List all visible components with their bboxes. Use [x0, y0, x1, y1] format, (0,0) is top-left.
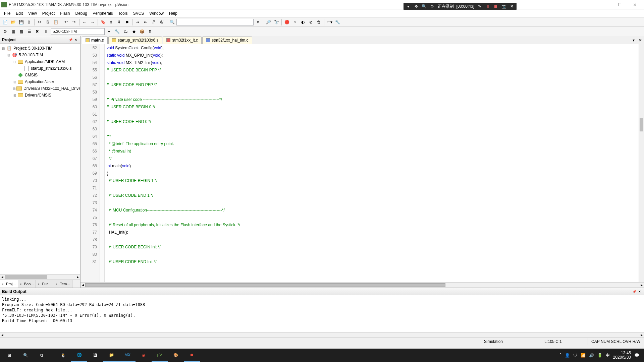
kill-breakpoints-button[interactable]: 🗑 — [315, 18, 323, 26]
batch-build-button[interactable]: ☰ — [25, 28, 33, 35]
tree-expander-icon[interactable]: ⊞ — [13, 87, 15, 90]
menu-help[interactable]: Help — [166, 10, 180, 17]
start-button[interactable]: ⊞ — [1, 349, 17, 362]
nav-back-button[interactable]: ← — [81, 18, 88, 26]
menu-file[interactable]: File — [1, 10, 13, 17]
rec-search-icon[interactable]: 🔍 — [422, 4, 427, 9]
tray-battery-icon[interactable]: 🔋 — [597, 353, 602, 358]
new-file-button[interactable]: 📄 — [1, 18, 9, 26]
build-output-text[interactable]: linking... Program Size: Code=5064 RO-da… — [0, 295, 644, 332]
rec-camera-icon[interactable]: 📷 — [501, 4, 506, 9]
tray-wifi-icon[interactable]: 📶 — [581, 353, 586, 358]
download-button[interactable]: ⬇ — [42, 28, 50, 35]
open-file-button[interactable]: 📂 — [9, 18, 17, 26]
debug-start-button[interactable]: 🔴 — [283, 18, 290, 26]
tree-expander-icon[interactable]: ⊟ — [13, 60, 17, 64]
system-tray[interactable]: ˄ 👤 🛡 📶 🔊 🔋 中 13:45 2020/5/30 💬 — [559, 351, 643, 360]
recorder-overlay[interactable]: ▾ ✥ 🔍 ⟳ 正在录制 [00:00:43] ✎ ⏸ ⏹ 📷 ✕ — [404, 3, 517, 10]
taskbar-explorer[interactable]: 📁 — [103, 349, 119, 362]
menu-debug[interactable]: Debug — [73, 10, 90, 17]
tree-node[interactable]: ⊟📋Project: 5.30-103-TIM — [1, 45, 79, 52]
stop-build-button[interactable]: ✖ — [34, 28, 41, 35]
tray-notifications-icon[interactable]: 💬 — [634, 353, 639, 358]
undo-button[interactable]: ↶ — [62, 18, 70, 26]
target-dropdown-button[interactable]: ▾ — [105, 28, 113, 35]
build-panel-close-icon[interactable]: ✕ — [637, 289, 642, 294]
rec-close-icon[interactable]: ✕ — [509, 4, 515, 9]
task-view-button[interactable]: ⧉ — [34, 349, 50, 362]
build-hscroll[interactable]: ◂ ▸ — [0, 332, 644, 338]
comment-button[interactable]: // — [150, 18, 157, 26]
taskbar-cubemx[interactable]: MX — [119, 349, 136, 362]
search-button[interactable]: 🔍 — [17, 349, 34, 362]
project-tab[interactable]: ▫Fun... — [36, 280, 54, 288]
tray-date[interactable]: 2020/5/30 — [613, 355, 631, 360]
menu-flash[interactable]: Flash — [57, 10, 72, 17]
tray-volume-icon[interactable]: 🔊 — [589, 353, 594, 358]
tray-people-icon[interactable]: 👤 — [565, 353, 570, 358]
rec-pencil-icon[interactable]: ✎ — [477, 4, 482, 9]
rec-collapse-icon[interactable]: ▾ — [406, 4, 411, 9]
tree-node[interactable]: ⊞Application/User — [1, 78, 79, 85]
project-tree[interactable]: ⊟📋Project: 5.30-103-TIM⊟🎯5.30-103-TIM⊟Ap… — [0, 44, 80, 274]
translate-button[interactable]: ⚙ — [1, 28, 9, 35]
manage-project-button[interactable]: 🗂 — [122, 28, 129, 35]
bookmark-clear-button[interactable]: ✖ — [123, 18, 131, 26]
pack-installer-button[interactable]: ⬆ — [146, 28, 154, 35]
rec-pause-icon[interactable]: ⏸ — [485, 4, 490, 9]
tree-expander-icon[interactable]: ⊞ — [13, 94, 17, 97]
build-button[interactable]: ▦ — [9, 28, 17, 35]
rebuild-button[interactable]: ▩ — [17, 28, 25, 35]
taskbar-app-red[interactable]: ◉ — [136, 349, 152, 362]
find-in-files-button[interactable]: 🔎 — [265, 18, 272, 26]
fold-gutter[interactable] — [100, 44, 105, 282]
rec-move-icon[interactable]: ✥ — [414, 4, 419, 9]
incremental-find-button[interactable]: 🔭 — [273, 18, 280, 26]
code-content[interactable]: void SystemClock_Config(void);static voi… — [105, 44, 639, 282]
find-combo[interactable] — [176, 19, 254, 25]
menu-project[interactable]: Project — [40, 10, 57, 17]
copy-button[interactable]: ⎘ — [44, 18, 51, 26]
rec-stop-icon[interactable]: ⏹ — [493, 4, 498, 9]
disable-breakpoint-button[interactable]: ⊘ — [307, 18, 315, 26]
project-hscroll[interactable]: ◂ ▸ — [0, 274, 80, 280]
cut-button[interactable]: ✂ — [36, 18, 43, 26]
editor-tab[interactable]: main.c — [82, 37, 108, 44]
bookmark-prev-button[interactable]: ⬆ — [107, 18, 115, 26]
editor-hscroll[interactable]: ◂ ▸ — [80, 282, 644, 288]
menu-peripherals[interactable]: Peripherals — [90, 10, 116, 17]
select-packs-button[interactable]: 📦 — [138, 28, 146, 35]
tray-chevron-icon[interactable]: ˄ — [559, 353, 561, 358]
editor-tab[interactable]: startup_stm32f103x6.s — [108, 37, 162, 44]
editor-tab[interactable]: stm32f1xx_hal_tim.c — [202, 37, 252, 44]
redo-button[interactable]: ↷ — [70, 18, 78, 26]
target-options-button[interactable]: 🔧 — [113, 28, 121, 35]
find-button[interactable]: 🔍 — [168, 18, 176, 26]
taskbar-uvision[interactable]: µV — [152, 349, 168, 362]
bookmark-next-button[interactable]: ⬇ — [115, 18, 123, 26]
tray-ime-icon[interactable]: 中 — [606, 353, 610, 358]
menu-tools[interactable]: Tools — [116, 10, 130, 17]
project-tab[interactable]: ▫Tem... — [54, 280, 72, 288]
maximize-button[interactable]: ☐ — [612, 0, 627, 9]
insert-breakpoint-button[interactable]: ○ — [291, 18, 299, 26]
uncomment-button[interactable]: /!/ — [158, 18, 165, 26]
taskbar-app-7[interactable]: 🎨 — [168, 349, 184, 362]
taskbar-app-1[interactable]: 🐧 — [55, 349, 71, 362]
tree-node[interactable]: CMSIS — [1, 72, 79, 78]
tray-security-icon[interactable]: 🛡 — [573, 353, 577, 358]
tree-node[interactable]: ⊟Application/MDK-ARM — [1, 58, 79, 65]
configure-button[interactable]: 🔧 — [334, 18, 341, 26]
manage-rte-button[interactable]: ◆ — [130, 28, 138, 35]
find-next-button[interactable]: ▾ — [254, 18, 262, 26]
taskbar-photos[interactable]: 🖼 — [87, 349, 103, 362]
tree-expander-icon[interactable]: ⊟ — [1, 47, 5, 50]
save-all-button[interactable]: 🗎 — [25, 18, 33, 26]
tree-node[interactable]: ⊞Drivers/CMSIS — [1, 92, 79, 99]
minimize-button[interactable]: — — [596, 0, 612, 9]
project-tab[interactable]: ▫Proj... — [0, 280, 18, 288]
taskbar-edge[interactable]: 🌐 — [71, 349, 87, 362]
indent-button[interactable]: ⇥ — [134, 18, 141, 26]
panel-close-icon[interactable]: ✕ — [73, 38, 78, 42]
editor-vscroll[interactable] — [639, 44, 644, 282]
